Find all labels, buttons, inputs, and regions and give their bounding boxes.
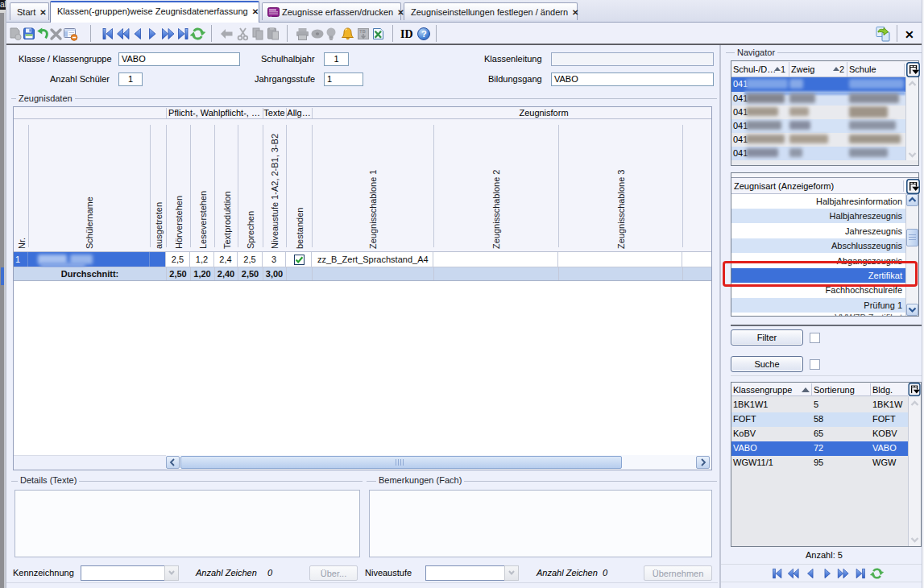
svg-text:?: ? xyxy=(421,29,427,39)
svg-text:TB: TB xyxy=(359,29,366,34)
